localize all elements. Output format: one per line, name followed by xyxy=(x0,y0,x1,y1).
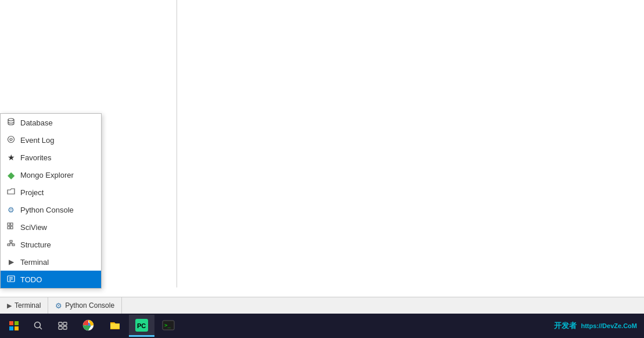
terminal-menu-icon: ▶ xyxy=(6,258,16,266)
svg-rect-26 xyxy=(63,326,67,329)
svg-point-0 xyxy=(8,118,14,121)
svg-rect-24 xyxy=(63,322,67,325)
svg-rect-3 xyxy=(8,223,10,225)
svg-rect-17 xyxy=(9,321,13,325)
svg-line-11 xyxy=(9,243,11,244)
terminal-tab-label: Terminal xyxy=(15,301,41,310)
svg-text:PC: PC xyxy=(137,322,146,329)
menu-item-terminal[interactable]: ▶ Terminal xyxy=(1,253,101,271)
svg-line-22 xyxy=(39,327,42,329)
taskbar-taskview-button[interactable] xyxy=(51,315,74,337)
context-menu: Database Event Log ★ Favorites ◆ Mongo E… xyxy=(0,113,102,289)
svg-text:>_: >_ xyxy=(164,322,171,328)
todo-icon xyxy=(6,275,16,285)
python-tab-icon: ⚙ xyxy=(55,301,62,310)
menu-label-python-console: Python Console xyxy=(20,206,74,214)
watermark-url: https://DevZe.CoM xyxy=(581,322,637,329)
watermark-text: 开发者 https://DevZe.CoM xyxy=(554,321,637,331)
svg-rect-25 xyxy=(59,326,62,329)
svg-rect-5 xyxy=(8,226,10,229)
svg-rect-7 xyxy=(10,240,12,242)
bottom-tabs-bar: ▶ Terminal ⚙ Python Console xyxy=(0,297,644,314)
menu-item-todo[interactable]: TODO xyxy=(1,271,101,288)
menu-label-project: Project xyxy=(20,188,44,197)
menu-item-structure[interactable]: Structure xyxy=(1,236,101,253)
svg-rect-8 xyxy=(8,244,10,246)
tab-terminal[interactable]: ▶ Terminal xyxy=(0,297,48,314)
svg-rect-4 xyxy=(10,223,13,225)
svg-rect-20 xyxy=(15,326,19,330)
menu-label-database: Database xyxy=(20,118,53,127)
taskbar: PC >_ 开发者 https://DevZe.CoM xyxy=(0,314,644,338)
svg-rect-23 xyxy=(59,322,62,325)
menu-label-favorites: Favorites xyxy=(20,153,51,162)
svg-rect-19 xyxy=(9,326,13,330)
svg-point-2 xyxy=(10,138,12,141)
svg-point-1 xyxy=(8,136,15,142)
menu-item-mongo-explorer[interactable]: ◆ Mongo Explorer xyxy=(1,166,101,184)
watermark-area: 开发者 https://DevZe.CoM xyxy=(554,321,642,331)
menu-item-sciview[interactable]: SciView xyxy=(1,218,101,236)
svg-line-12 xyxy=(11,243,13,244)
menu-label-todo: TODO xyxy=(20,275,42,284)
python-console-icon: ⚙ xyxy=(6,206,16,214)
menu-item-database[interactable]: Database xyxy=(1,114,101,131)
menu-label-structure: Structure xyxy=(20,240,51,249)
mongo-icon: ◆ xyxy=(6,170,16,181)
menu-label-event-log: Event Log xyxy=(20,136,55,145)
event-log-icon xyxy=(6,135,16,145)
structure-icon xyxy=(6,240,16,250)
terminal-tab-icon: ▶ xyxy=(7,302,12,310)
svg-rect-18 xyxy=(15,321,19,325)
menu-label-sciview: SciView xyxy=(20,223,47,232)
menu-item-event-log[interactable]: Event Log xyxy=(1,131,101,149)
sciview-icon xyxy=(6,222,16,232)
start-button[interactable] xyxy=(2,315,26,337)
svg-rect-9 xyxy=(12,244,15,246)
menu-item-favorites[interactable]: ★ Favorites xyxy=(1,149,101,166)
taskbar-search-button[interactable] xyxy=(27,315,50,337)
menu-label-terminal: Terminal xyxy=(20,258,49,267)
favorites-icon: ★ xyxy=(6,153,16,162)
tab-python-console[interactable]: ⚙ Python Console xyxy=(48,297,122,314)
menu-item-project[interactable]: Project xyxy=(1,184,101,201)
taskbar-explorer[interactable] xyxy=(102,315,128,337)
menu-item-python-console[interactable]: ⚙ Python Console xyxy=(1,201,101,218)
database-icon xyxy=(6,118,16,128)
python-tab-label: Python Console xyxy=(65,301,114,310)
project-icon xyxy=(6,188,16,197)
taskbar-terminal-app[interactable]: >_ xyxy=(156,315,181,337)
svg-rect-6 xyxy=(10,226,13,229)
taskbar-chrome[interactable] xyxy=(75,315,101,337)
menu-label-mongo-explorer: Mongo Explorer xyxy=(20,171,74,179)
right-panel xyxy=(177,0,644,287)
taskbar-pycharm[interactable]: PC xyxy=(129,315,154,337)
